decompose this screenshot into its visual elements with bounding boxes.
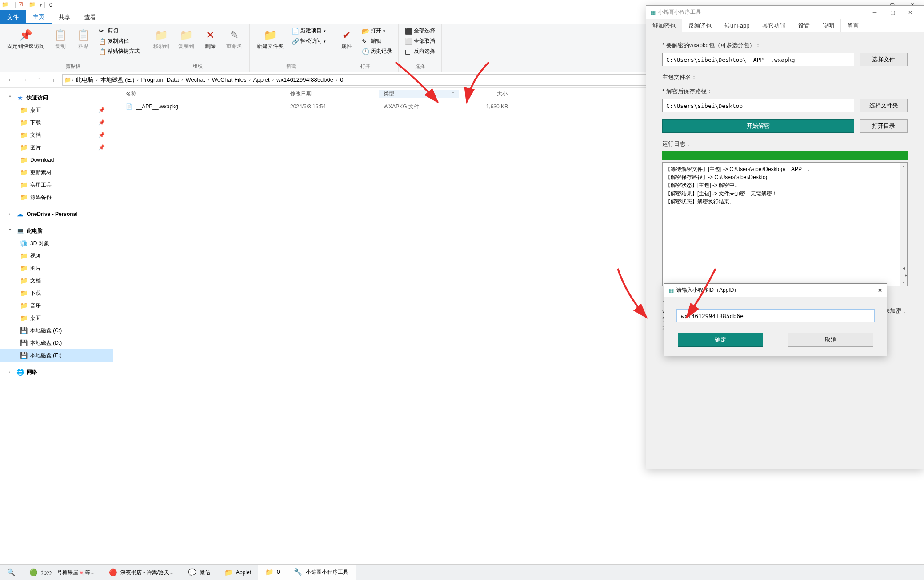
crumb[interactable]: wx14612994f885db6e bbox=[275, 76, 335, 83]
minimize-button[interactable]: ─ bbox=[866, 6, 884, 19]
sidebar-item[interactable]: 📁桌面 bbox=[0, 312, 113, 324]
pin-button[interactable]: 📌固定到快速访问 bbox=[4, 26, 48, 51]
properties-button[interactable]: ✔属性 bbox=[336, 26, 357, 51]
crumb[interactable]: WeChat Files bbox=[210, 76, 248, 83]
task-item[interactable]: 🟢北の一号糖果屋🍬等... bbox=[22, 565, 102, 580]
copy-to-button[interactable]: 📁复制到 bbox=[175, 26, 198, 51]
progress-bar bbox=[662, 151, 908, 160]
easy-access-button[interactable]: 🔗轻松访问▾ bbox=[289, 36, 328, 46]
log-output[interactable]: 【等待解密文件】[主包] -> C:\Users\sibei\Desktop\_… bbox=[662, 162, 908, 286]
crumb[interactable]: 0 bbox=[338, 76, 345, 83]
task-item[interactable]: 📁Applet bbox=[217, 565, 258, 580]
crumb[interactable]: Applet bbox=[252, 76, 272, 83]
cancel-button[interactable]: 取消 bbox=[788, 333, 873, 347]
sidebar-item[interactable]: 📁图片📌 bbox=[0, 141, 113, 154]
maximize-button[interactable]: ▢ bbox=[884, 6, 901, 19]
choose-file-button[interactable]: 选择文件 bbox=[860, 53, 908, 66]
move-to-button[interactable]: 📁移动到 bbox=[150, 26, 173, 51]
edit-button[interactable]: ✎编辑 bbox=[359, 36, 395, 46]
ok-button[interactable]: 确定 bbox=[678, 333, 763, 347]
sidebar-item[interactable]: 💾本地磁盘 (D:) bbox=[0, 337, 113, 349]
history-button[interactable]: 🕘历史记录 bbox=[359, 47, 395, 56]
sidebar-item[interactable]: 📁图片 bbox=[0, 262, 113, 274]
wxapkg-input[interactable] bbox=[662, 53, 854, 66]
col-size[interactable]: 大小 bbox=[459, 90, 512, 98]
sidebar-thispc[interactable]: ˅💻此电脑 bbox=[0, 225, 113, 237]
sidebar-item[interactable]: 📁实用工具 bbox=[0, 179, 113, 191]
tool-tab[interactable]: 其它功能 bbox=[756, 19, 792, 32]
copy-button[interactable]: 📋复制 bbox=[50, 26, 71, 51]
tab-home[interactable]: 主页 bbox=[26, 10, 52, 24]
folder-icon[interactable]: 📁 bbox=[29, 1, 36, 8]
sidebar-item[interactable]: 📁Download bbox=[0, 154, 113, 166]
task-item[interactable]: 💬微信 bbox=[181, 565, 217, 580]
sidebar-item[interactable]: 📁下载📌 bbox=[0, 116, 113, 129]
scrollbar[interactable]: ▴ ◂▸ ▾ bbox=[900, 163, 907, 286]
check-icon[interactable]: ☑ bbox=[18, 1, 25, 8]
open-button[interactable]: 📂打开▾ bbox=[359, 26, 395, 36]
select-all-button[interactable]: ⬛全部选择 bbox=[402, 26, 438, 36]
sidebar-item[interactable]: 📁源码备份 bbox=[0, 191, 113, 203]
sidebar-item[interactable]: 🧊3D 对象 bbox=[0, 237, 113, 250]
chevron-down-icon: ˅ bbox=[452, 91, 454, 96]
tool-tab[interactable]: 留言 bbox=[841, 19, 865, 32]
select-none-button[interactable]: ⬜全部取消 bbox=[402, 36, 438, 46]
sidebar-item[interactable]: 📁桌面📌 bbox=[0, 104, 113, 116]
sidebar-item[interactable]: 📁文档 bbox=[0, 274, 113, 287]
paste-button[interactable]: 📋粘贴 bbox=[73, 26, 94, 51]
tool-tab[interactable]: 说明 bbox=[816, 19, 841, 32]
close-button[interactable]: ✕ bbox=[901, 6, 919, 19]
tab-share[interactable]: 共享 bbox=[52, 10, 77, 24]
tool-tab[interactable]: 转uni-app bbox=[718, 19, 756, 32]
crumb[interactable]: 本地磁盘 (E:) bbox=[99, 76, 136, 84]
back-button[interactable]: ← bbox=[5, 75, 16, 85]
copy-path-button[interactable]: 📋复制路径 bbox=[96, 36, 142, 46]
sidebar-network[interactable]: ›🌐网络 bbox=[0, 366, 113, 378]
sidebar-onedrive[interactable]: ›☁OneDrive - Personal bbox=[0, 208, 113, 220]
appid-input[interactable] bbox=[677, 310, 874, 322]
start-decrypt-button[interactable]: 开始解密 bbox=[662, 119, 854, 133]
close-icon[interactable]: ✕ bbox=[878, 287, 882, 294]
tab-view[interactable]: 查看 bbox=[77, 10, 103, 24]
col-name[interactable]: 名称 bbox=[121, 90, 286, 98]
delete-button[interactable]: ✕删除 bbox=[200, 26, 221, 51]
tool-tab[interactable]: 解加密包 bbox=[646, 19, 682, 32]
taskbar: 🔍 🟢北の一号糖果屋🍬等... 🔴深夜书店 - 许嵩/洛天... 💬微信 📁Ap… bbox=[0, 564, 924, 580]
sidebar-item[interactable]: 📁更新素材 bbox=[0, 166, 113, 179]
invert-button[interactable]: ◫反向选择 bbox=[402, 47, 438, 56]
task-item[interactable]: 🔧小锦哥小程序工具 bbox=[287, 565, 356, 580]
sidebar-item[interactable]: 📁音乐 bbox=[0, 299, 113, 312]
new-item-button[interactable]: 📄新建项目▾ bbox=[289, 26, 328, 36]
savepath-input[interactable] bbox=[662, 99, 854, 112]
sidebar-item[interactable]: 📁文档📌 bbox=[0, 129, 113, 141]
col-date[interactable]: 修改日期 bbox=[286, 90, 379, 98]
group-clipboard: 剪贴板 bbox=[4, 62, 142, 72]
appid-dialog: ▦ 请输入小程序ID（AppID） ✕ 确定 取消 bbox=[664, 283, 887, 356]
rename-button[interactable]: ✎重命名 bbox=[223, 26, 246, 51]
cut-button[interactable]: ✂剪切 bbox=[96, 26, 142, 36]
tab-file[interactable]: 文件 bbox=[0, 10, 26, 24]
task-item[interactable]: 🔴深夜书店 - 许嵩/洛天... bbox=[102, 565, 181, 580]
sidebar-item[interactable]: 💾本地磁盘 (E:) bbox=[0, 349, 113, 362]
tool-title-text: 小锦哥小程序工具 bbox=[658, 8, 701, 16]
paste-shortcut-button[interactable]: 📋粘贴快捷方式 bbox=[96, 47, 142, 56]
crumb[interactable]: 此电脑 bbox=[74, 76, 95, 84]
crumb[interactable]: Wechat bbox=[184, 76, 207, 83]
forward-button[interactable]: → bbox=[20, 75, 30, 85]
label-wxapkg: * 要解密的wxapkg包（可多选分包）： bbox=[662, 41, 908, 49]
sidebar-item[interactable]: 📁视频 bbox=[0, 250, 113, 262]
tool-tab[interactable]: 设置 bbox=[792, 19, 816, 32]
search-button[interactable]: 🔍 bbox=[0, 565, 22, 580]
recent-button[interactable]: ˅ bbox=[34, 75, 44, 85]
open-dir-button[interactable]: 打开目录 bbox=[860, 119, 908, 133]
tool-tab[interactable]: 反编译包 bbox=[682, 19, 718, 32]
sidebar-item[interactable]: 💾本地磁盘 (C:) bbox=[0, 324, 113, 337]
task-item[interactable]: 📁0 bbox=[258, 565, 287, 580]
sidebar-item[interactable]: 📁下载 bbox=[0, 287, 113, 299]
crumb[interactable]: Program_Data bbox=[140, 76, 181, 83]
new-folder-button[interactable]: 📁新建文件夹 bbox=[253, 26, 287, 51]
up-button[interactable]: ↑ bbox=[48, 75, 59, 85]
sidebar-quick-access[interactable]: ˅★快速访问 bbox=[0, 91, 113, 104]
choose-folder-button[interactable]: 选择文件夹 bbox=[860, 99, 908, 112]
col-type[interactable]: 类型˅ bbox=[379, 90, 459, 98]
